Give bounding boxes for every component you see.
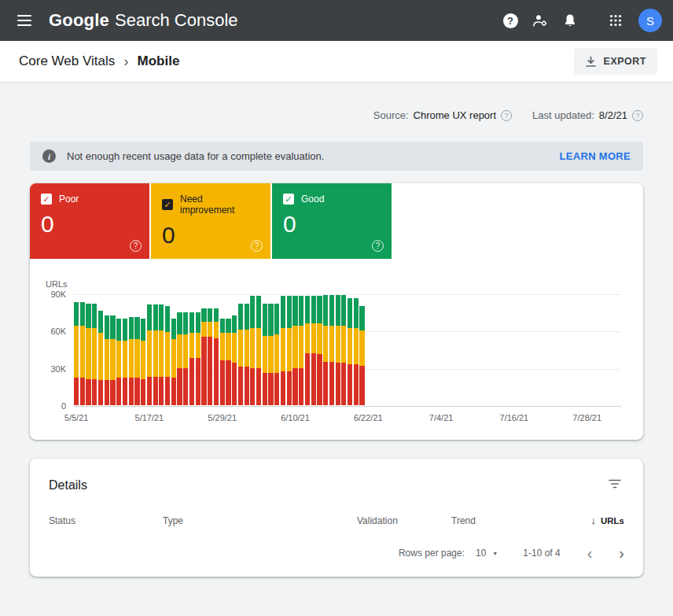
chart-bar[interactable] [220,319,225,405]
bar-segment-poor [134,378,139,405]
chart-bar[interactable] [274,304,279,405]
google-apps-button[interactable] [601,6,631,35]
next-page-button[interactable]: › [619,545,624,561]
last-updated-value: 8/2/21 [599,109,627,121]
chart-bar[interactable] [171,319,176,405]
x-tick-label: 5/29/21 [208,413,237,422]
chart-bar[interactable] [177,312,182,405]
chart-bar[interactable] [263,304,267,405]
chart-bar[interactable] [226,319,230,405]
chart-bar[interactable] [129,317,134,405]
chart-bar[interactable] [165,306,170,405]
chart-bar[interactable] [299,296,303,405]
chart-bar[interactable] [250,296,255,405]
chart-bar[interactable] [287,296,292,405]
bar-segment-need-improvement [141,341,145,379]
avatar[interactable]: S [638,9,662,32]
chart-bar[interactable] [80,302,85,405]
tile-help-icon[interactable]: ? [251,240,263,252]
column-header-type[interactable]: Type [163,515,357,526]
bar-segment-good [220,319,225,334]
filter-button[interactable] [605,476,624,494]
status-tile-good[interactable]: ✓Good0? [272,183,392,259]
chart-bar[interactable] [98,311,103,405]
chart-bar[interactable] [159,304,164,405]
bar-segment-need-improvement [171,339,176,378]
chart-bar[interactable] [110,315,115,405]
checkbox-checked-icon[interactable]: ✓ [283,194,294,205]
chart-bar[interactable] [305,296,310,405]
column-header-urls[interactable]: ↓ URLs [542,515,624,526]
chart-bar[interactable] [341,295,346,405]
breadcrumb-section[interactable]: Core Web Vitals [19,53,115,69]
chart-body: 90K60K30K0 [42,294,621,406]
bar-segment-need-improvement [98,333,103,380]
help-button[interactable]: ? [495,6,525,35]
manage-accounts-button[interactable] [525,6,555,35]
bar-segment-poor [268,373,273,405]
tile-help-icon[interactable]: ? [130,240,142,252]
last-updated-help-icon[interactable]: ? [632,110,643,121]
chart-bar[interactable] [86,304,90,405]
bar-segment-good [354,298,359,328]
chevron-right-icon: › [619,544,624,562]
chart-bar[interactable] [256,296,261,405]
chart-bar[interactable] [323,295,328,405]
export-button[interactable]: EXPORT [574,48,657,75]
chart-bar[interactable] [354,298,359,405]
chart-bar[interactable] [268,304,273,405]
bar-segment-good [208,308,212,322]
chart-bar[interactable] [123,319,127,405]
tile-help-icon[interactable]: ? [372,240,384,252]
chart-bar[interactable] [74,302,79,405]
chart-bar[interactable] [105,315,109,405]
rows-per-page-select[interactable]: 10 ▼ [476,548,498,559]
bar-segment-poor [245,367,249,405]
chart-bar[interactable] [153,304,158,405]
column-header-validation[interactable]: Validation [357,515,451,526]
bar-segment-good [299,296,303,326]
chart-bar[interactable] [232,315,237,405]
chart-bar[interactable] [201,308,206,405]
chart-bar[interactable] [311,296,316,405]
source-help-icon[interactable]: ? [501,110,512,121]
info-icon: i [42,149,56,163]
column-header-status[interactable]: Status [49,515,163,526]
app-logo[interactable]: Google Search Console [49,10,238,31]
chart-bar[interactable] [281,296,285,405]
chart-bar[interactable] [348,298,352,405]
chart-bar[interactable] [134,317,139,405]
bar-segment-poor [183,368,188,405]
checkbox-checked-icon[interactable]: ✓ [162,199,173,210]
chart-bar[interactable] [92,304,97,405]
bar-segment-good [153,304,158,330]
column-header-trend[interactable]: Trend [451,515,542,526]
chart-bar[interactable] [183,312,188,405]
chart-bar[interactable] [147,304,152,405]
chart-bar[interactable] [245,304,249,405]
status-tile-poor[interactable]: ✓Poor0? [30,183,149,259]
chart-bar[interactable] [116,319,121,405]
source-value: Chrome UX report [414,109,496,121]
urls-column-label: URLs [601,516,624,526]
checkbox-checked-icon[interactable]: ✓ [41,194,52,205]
chart-bar[interactable] [208,308,212,405]
chart-bar[interactable] [317,296,322,405]
chart-bar[interactable] [292,296,297,405]
x-axis: 5/5/215/17/215/29/216/10/216/22/217/4/21… [74,413,621,426]
chart-bar[interactable] [359,306,364,405]
chart-bar[interactable] [189,312,194,405]
chart-bar[interactable] [329,295,334,405]
chart-bar[interactable] [141,319,145,405]
notifications-button[interactable] [555,6,585,35]
learn-more-link[interactable]: LEARN MORE [560,150,631,162]
status-tile-need-improvement[interactable]: ✓Need improvement0? [151,183,270,259]
bar-segment-good [305,296,310,323]
chart-bar[interactable] [196,312,200,405]
chart-bar[interactable] [336,295,340,405]
chart-bar[interactable] [214,308,219,405]
hamburger-menu-icon[interactable] [9,6,39,35]
chart-bar[interactable] [238,304,243,405]
bar-segment-good [159,304,164,330]
previous-page-button[interactable]: ‹ [587,545,593,561]
